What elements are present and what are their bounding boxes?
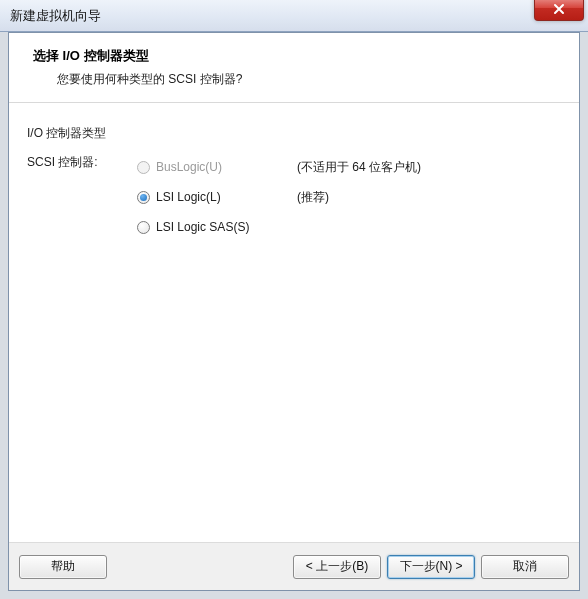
controller-row: SCSI 控制器: BusLogic(U) LSI Logic(L) LSI L… [27,152,567,242]
wizard-subtitle: 您要使用何种类型的 SCSI 控制器? [33,71,573,88]
title-bar[interactable]: 新建虚拟机向导 [0,0,588,32]
cancel-button[interactable]: 取消 [481,555,569,579]
radio-option-lsisas[interactable]: LSI Logic SAS(S) [137,212,287,242]
wizard-header: 选择 I/O 控制器类型 您要使用何种类型的 SCSI 控制器? [9,33,579,103]
options-column: BusLogic(U) LSI Logic(L) LSI Logic SAS(S… [137,152,287,242]
scsi-label: SCSI 控制器: [27,152,137,171]
radio-label: BusLogic(U) [156,160,222,174]
help-button[interactable]: 帮助 [19,555,107,579]
hints-column: (不适用于 64 位客户机) (推荐) [287,152,421,242]
close-button[interactable] [534,0,584,21]
option-hint-buslogic: (不适用于 64 位客户机) [297,152,421,182]
option-hint-lsilogic: (推荐) [297,182,421,212]
window-frame: 新建虚拟机向导 选择 I/O 控制器类型 您要使用何种类型的 SCSI 控制器?… [0,0,588,599]
wizard-footer: 帮助 < 上一步(B) 下一步(N) > 取消 [9,542,579,590]
dialog-panel: 选择 I/O 控制器类型 您要使用何种类型的 SCSI 控制器? I/O 控制器… [8,32,580,591]
radio-icon [137,221,150,234]
radio-icon [137,161,150,174]
radio-icon [137,191,150,204]
window-title: 新建虚拟机向导 [10,8,101,23]
radio-option-lsilogic[interactable]: LSI Logic(L) [137,182,287,212]
radio-label: LSI Logic(L) [156,190,221,204]
section-title: I/O 控制器类型 [27,125,567,142]
radio-option-buslogic: BusLogic(U) [137,152,287,182]
next-button[interactable]: 下一步(N) > [387,555,475,579]
option-hint-lsisas [297,212,421,242]
radio-label: LSI Logic SAS(S) [156,220,249,234]
close-icon [553,3,565,15]
wizard-content: I/O 控制器类型 SCSI 控制器: BusLogic(U) LSI Logi… [9,103,579,254]
wizard-title: 选择 I/O 控制器类型 [33,47,573,65]
back-button[interactable]: < 上一步(B) [293,555,381,579]
